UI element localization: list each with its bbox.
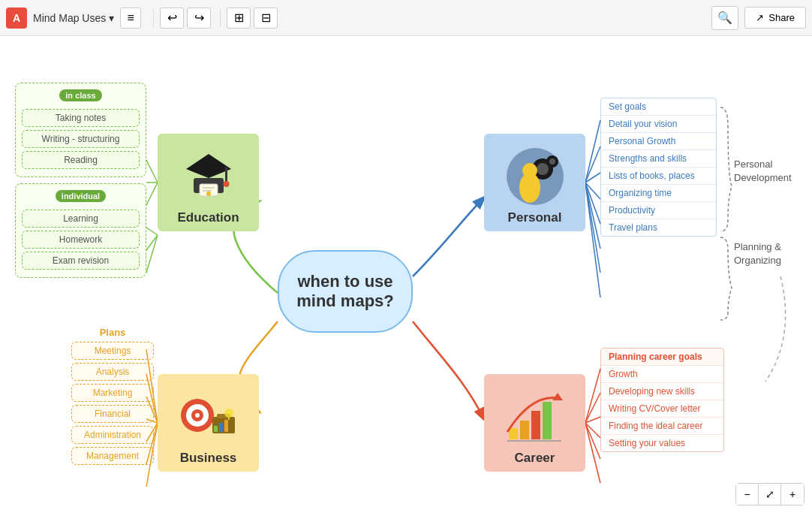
share-button[interactable]: ↗ Share (744, 7, 806, 29)
svg-point-30 (223, 181, 229, 187)
biz-item-financial[interactable]: Financial (71, 405, 154, 423)
svg-line-7 (585, 146, 600, 183)
svg-line-11 (585, 183, 600, 249)
personal-item-0[interactable]: Set goals (601, 98, 716, 116)
search-button[interactable]: 🔍 (711, 6, 738, 30)
biz-item-admin[interactable]: Administration (71, 426, 154, 444)
career-item-2[interactable]: Developing new skills (601, 383, 723, 400)
personal-label: Personal (508, 210, 562, 225)
personal-branch: Set goals Detail your vision Personal Gr… (600, 98, 717, 237)
personal-item-1[interactable]: Detail your vision (601, 116, 716, 133)
biz-item-management[interactable]: Management (71, 447, 154, 465)
edu-item-homework[interactable]: Homework (22, 231, 140, 249)
personal-node[interactable]: Personal (484, 134, 585, 231)
personal-item-7[interactable]: Travel plans (601, 219, 716, 236)
undo-button[interactable]: ↩ (160, 8, 184, 29)
svg-rect-45 (543, 402, 552, 439)
svg-line-18 (585, 423, 600, 459)
svg-line-17 (585, 423, 600, 438)
edu-item-learning[interactable]: Learning (22, 210, 140, 228)
layout1-button[interactable]: ⊞ (227, 8, 251, 29)
svg-line-16 (585, 417, 600, 423)
career-label: Career (515, 451, 555, 466)
app-logo: A (6, 8, 27, 29)
svg-line-14 (585, 369, 600, 423)
education-node[interactable]: Education (158, 134, 259, 231)
canvas: when to use mind maps? Education (0, 36, 812, 513)
zoom-controls: − ⤢ + (735, 483, 804, 505)
edu-item-taking-notes[interactable]: Taking notes (22, 109, 140, 127)
svg-line-4 (146, 235, 158, 250)
biz-item-meetings[interactable]: Meetings (71, 342, 154, 360)
share-label: Share (768, 12, 795, 23)
toolbar-divider2 (220, 9, 221, 27)
personal-item-2[interactable]: Personal Growth (601, 133, 716, 150)
zoom-in-button[interactable]: + (781, 484, 804, 505)
business-branch: Plans Meetings Analysis Marketing Financ… (71, 325, 154, 468)
personal-item-5[interactable]: Organizing time (601, 185, 716, 202)
biz-item-marketing[interactable]: Marketing (71, 384, 154, 402)
career-item-4[interactable]: Finding the ideal career (601, 418, 723, 435)
menu-button[interactable]: ≡ (120, 8, 141, 29)
layout2-button[interactable]: ⊟ (254, 8, 278, 29)
personal-icon (484, 143, 585, 210)
svg-marker-28 (186, 154, 231, 178)
career-item-1[interactable]: Growth (601, 366, 723, 383)
svg-marker-46 (552, 393, 563, 400)
share-icon: ↗ (756, 12, 764, 23)
svg-rect-56 (224, 420, 228, 432)
business-icon (158, 383, 259, 451)
center-node[interactable]: when to use mind maps? (278, 250, 413, 333)
svg-line-10 (585, 183, 600, 224)
redo-button[interactable]: ↪ (187, 8, 211, 29)
toolbar-right: 🔍 ↗ Share (711, 6, 806, 30)
title-text: Mind Map Uses (33, 12, 106, 24)
svg-rect-43 (520, 421, 529, 439)
in-class-group: in class Taking notes Writing - structur… (15, 83, 146, 177)
personal-item-6[interactable]: Productivity (601, 202, 716, 219)
zoom-fit-button[interactable]: ⤢ (759, 484, 781, 505)
personal-item-4[interactable]: Lists of books, places (601, 167, 716, 185)
education-label: Education (177, 210, 239, 225)
svg-line-15 (585, 393, 600, 423)
svg-point-39 (549, 158, 555, 164)
svg-line-3 (146, 228, 158, 235)
svg-rect-54 (214, 426, 218, 432)
toolbar-divider (153, 9, 154, 27)
career-icon (484, 383, 585, 451)
edu-item-writing[interactable]: Writing - structuring (22, 130, 140, 148)
svg-rect-55 (219, 423, 223, 432)
career-item-0[interactable]: Planning career goals (601, 349, 723, 366)
svg-line-5 (146, 235, 158, 273)
biz-item-analysis[interactable]: Analysis (71, 363, 154, 381)
title-chevron: ▾ (109, 12, 114, 24)
planning-organizing-label: Planning & Organizing (734, 240, 781, 267)
svg-point-51 (195, 413, 200, 418)
education-icon (158, 143, 259, 210)
svg-point-41 (522, 163, 537, 178)
personal-item-3[interactable]: Strengths and skills (601, 150, 716, 167)
business-label: Business (180, 451, 237, 466)
svg-line-19 (585, 423, 600, 483)
career-node[interactable]: Career (484, 374, 585, 472)
svg-point-37 (537, 163, 549, 175)
edu-item-exam[interactable]: Exam revision (22, 252, 140, 270)
svg-point-34 (206, 192, 211, 196)
education-branch: in class Taking notes Writing - structur… (15, 83, 146, 284)
plans-label: Plans (100, 327, 126, 338)
svg-rect-42 (509, 428, 518, 439)
svg-rect-29 (225, 167, 227, 183)
in-class-tag: in class (59, 89, 101, 101)
zoom-out-button[interactable]: − (736, 484, 759, 505)
svg-line-9 (585, 183, 600, 199)
svg-line-12 (585, 183, 600, 273)
individual-tag: individual (56, 190, 106, 202)
svg-line-8 (585, 173, 600, 183)
edu-item-reading[interactable]: Reading (22, 151, 140, 169)
career-branch: Planning career goals Growth Developing … (600, 348, 724, 452)
business-node[interactable]: Business (158, 374, 259, 472)
career-item-3[interactable]: Writing CV/Cover letter (601, 400, 723, 418)
app-title: Mind Map Uses ▾ (33, 12, 114, 24)
svg-point-57 (224, 409, 233, 418)
career-item-5[interactable]: Setting your values (601, 435, 723, 451)
